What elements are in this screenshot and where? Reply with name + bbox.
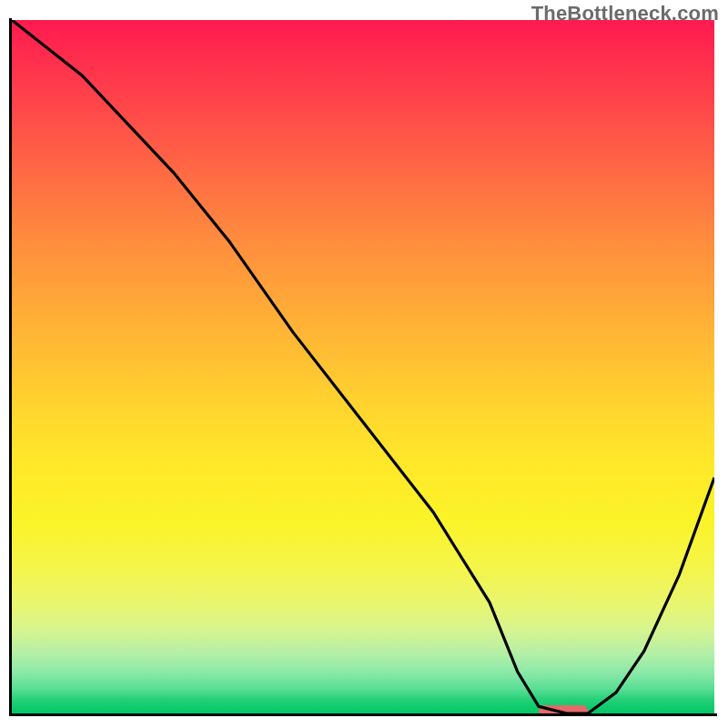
bottleneck-curve <box>12 20 714 713</box>
y-axis <box>9 18 12 716</box>
chart-frame: TheBottleneck.com <box>0 0 728 728</box>
chart-svg <box>12 20 714 713</box>
x-axis <box>9 713 717 716</box>
plot-area <box>12 20 714 713</box>
